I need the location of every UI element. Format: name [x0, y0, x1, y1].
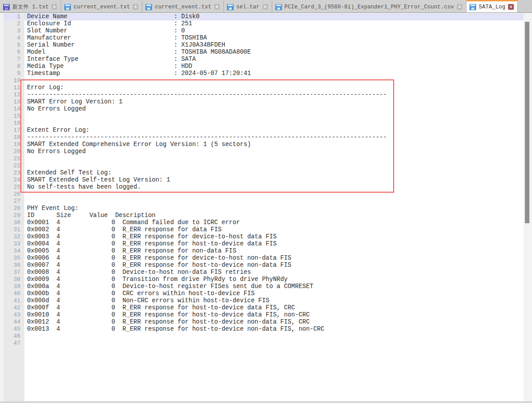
line-number: 27 [4, 198, 20, 205]
code-line[interactable]: Timestamp : 2024-05-07 17:20:41 [27, 70, 524, 77]
code-line[interactable] [27, 340, 524, 347]
line-number: 39 [4, 283, 20, 290]
code-line[interactable] [27, 191, 524, 198]
editor-pane: 1234567891011121314151617181920212223242… [0, 13, 532, 401]
floppy-saved-icon [64, 4, 71, 10]
line-number: 43 [4, 312, 20, 319]
line-number: 13 [4, 99, 20, 106]
tab-label: PCIe_Card_3_(9560-8i)_Expander1_PHY_Erro… [285, 4, 454, 10]
line-number: 17 [4, 127, 20, 134]
code-line[interactable]: ID Size Value Description [27, 212, 524, 219]
code-line[interactable]: No Errors Logged [27, 148, 524, 155]
line-number: 46 [4, 333, 20, 340]
code-line[interactable]: 0x0005 4 0 R_ERR response for non-data F… [27, 248, 524, 255]
tab-5[interactable]: PCIe_Card_3_(9560-8i)_Expander1_PHY_Erro… [272, 0, 467, 12]
code-line[interactable]: Error Log: [27, 84, 524, 91]
line-number: 44 [4, 319, 20, 326]
tab-3[interactable]: current_event.txt× [142, 0, 224, 12]
close-icon[interactable]: × [262, 4, 268, 10]
line-number: 1 [4, 13, 20, 20]
code-area[interactable]: Device Name : Disk0Enclosure Id : 251Slo… [24, 13, 524, 401]
code-line[interactable]: PHY Event Log: [27, 205, 524, 212]
code-line[interactable]: Enclosure Id : 251 [27, 20, 524, 28]
code-line[interactable]: SMART Error Log Version: 1 [27, 99, 524, 106]
line-number: 29 [4, 212, 20, 219]
tab-4[interactable]: sel.tar× [224, 0, 272, 12]
code-line[interactable] [27, 77, 524, 84]
line-number: 20 [4, 148, 20, 155]
close-icon[interactable]: × [133, 4, 138, 10]
line-number: 16 [4, 120, 20, 127]
line-number: 22 [4, 162, 20, 170]
code-line[interactable]: No self-tests have been logged. [27, 184, 524, 191]
line-number: 12 [4, 91, 20, 99]
code-line[interactable]: Media Type : HDD [27, 63, 524, 70]
floppy-saved-icon [275, 4, 282, 10]
code-line[interactable] [27, 198, 524, 205]
code-line[interactable]: Model : TOSHIBA MG08ADA800E [27, 49, 524, 56]
line-number: 33 [4, 241, 20, 248]
line-number: 10 [4, 77, 20, 84]
code-line[interactable]: Manufacturer : TOSHIBA [27, 35, 524, 42]
code-line[interactable]: SMART Extended Comprehensive Error Log V… [27, 141, 524, 148]
line-number: 26 [4, 191, 20, 198]
floppy-saved-icon [469, 4, 476, 10]
code-line[interactable]: 0x0004 4 0 R_ERR response for host-to-de… [27, 241, 524, 248]
code-line[interactable]: Extent Error Log: [27, 127, 524, 134]
code-line[interactable] [27, 333, 524, 340]
code-line-current[interactable]: Device Name : Disk0 [24, 13, 524, 20]
line-number: 40 [4, 290, 20, 297]
code-line[interactable]: 0x0003 4 0 R_ERR response for device-to-… [27, 233, 524, 241]
vertical-scrollbar[interactable] [524, 13, 532, 401]
code-line[interactable]: 0x000d 4 0 Non-CRC errors within host-to… [27, 297, 524, 304]
line-number: 45 [4, 326, 20, 333]
code-line[interactable]: 0x0009 4 0 Transition from drive PhyRdy … [27, 276, 524, 283]
code-line[interactable]: 0x0006 4 0 R_ERR response for device-to-… [27, 255, 524, 262]
code-line[interactable] [27, 155, 524, 162]
editor-margin-strip [0, 13, 4, 401]
code-line[interactable]: 0x0013 4 0 R_ERR response for host-to-de… [27, 326, 524, 333]
code-line[interactable]: 0x000b 4 0 CRC errors within host-to-dev… [27, 290, 524, 297]
code-line[interactable]: Interface Type : SATA [27, 56, 524, 63]
tab-6-active[interactable]: SATA_Log× [466, 0, 518, 12]
close-icon[interactable]: × [508, 4, 514, 10]
code-line[interactable]: Slot Number : 0 [27, 28, 524, 35]
code-line[interactable]: Serial Number : X1J0A34BFDEH [27, 42, 524, 49]
code-line[interactable] [27, 120, 524, 127]
tab-label: current_event.txt [74, 4, 130, 10]
line-number: 32 [4, 233, 20, 241]
line-number: 21 [4, 155, 20, 162]
line-number: 47 [4, 340, 20, 347]
code-line[interactable]: 0x000a 4 0 Device-to-host register FISes… [27, 283, 524, 290]
code-line[interactable]: 0x0001 4 0 Command failed due to ICRC er… [27, 219, 524, 226]
code-line[interactable]: 0x0010 4 0 R_ERR response for host-to-de… [27, 312, 524, 319]
code-line[interactable]: ----------------------------------------… [27, 134, 524, 141]
tab-label: current_event.txt [155, 4, 211, 10]
line-number: 42 [4, 304, 20, 312]
code-line[interactable] [27, 162, 524, 170]
line-number: 34 [4, 248, 20, 255]
code-line[interactable]: No Errors Logged [27, 106, 524, 113]
line-number: 18 [4, 134, 20, 141]
tab-1[interactable]: 新文件 1.txt× [0, 0, 61, 12]
code-line[interactable]: 0x000f 4 0 R_ERR response for host-to-de… [27, 304, 524, 312]
tab-label: SATA_Log [479, 4, 505, 10]
code-line[interactable] [27, 113, 524, 120]
close-icon[interactable]: × [51, 4, 57, 10]
tab-label: sel.tar [236, 4, 260, 10]
line-number: 15 [4, 113, 20, 120]
code-line[interactable]: SMART Extended Self-test Log Version: 1 [27, 177, 524, 184]
close-icon[interactable]: × [457, 4, 462, 10]
line-number: 35 [4, 255, 20, 262]
floppy-saved-icon [227, 4, 234, 10]
code-line[interactable]: Extended Self Test Log: [27, 170, 524, 177]
close-icon[interactable]: × [214, 4, 220, 10]
code-line[interactable]: 0x0008 4 0 Device-to-host non-data FIS r… [27, 269, 524, 276]
code-line[interactable]: 0x0012 4 0 R_ERR response for host-to-de… [27, 319, 524, 326]
scrollbar-thumb[interactable] [525, 22, 529, 223]
tab-2[interactable]: current_event.txt× [61, 0, 143, 12]
line-number-gutter[interactable]: 1234567891011121314151617181920212223242… [4, 13, 24, 401]
code-line[interactable]: 0x0002 4 0 R_ERR response for data FIS [27, 226, 524, 233]
code-line[interactable]: 0x0007 4 0 R_ERR response for host-to-de… [27, 262, 524, 269]
code-line[interactable]: ----------------------------------------… [27, 91, 524, 99]
